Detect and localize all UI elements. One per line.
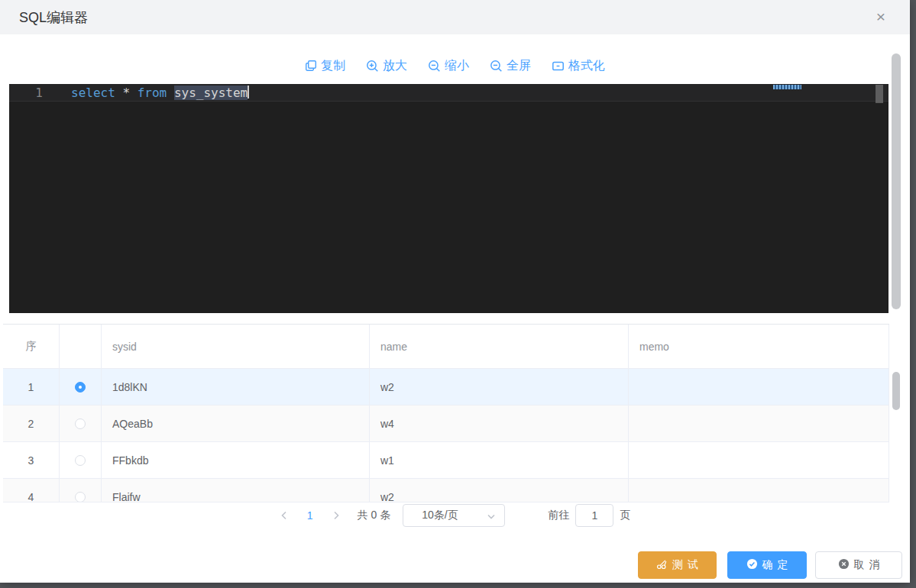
row-index: 1 [3,369,60,405]
test-label: 测试 [672,558,703,572]
row-radio[interactable] [75,418,86,429]
row-radio[interactable] [75,492,86,502]
fullscreen-icon [490,60,503,73]
page-size-select[interactable]: 10条/页 [403,504,505,527]
header-name: name [370,325,629,369]
editor-scrollbar-thumb[interactable] [876,85,883,103]
cancel-button[interactable]: 取消 [815,551,902,579]
page-number[interactable]: 1 [299,509,321,522]
code-selected-text: sys_system [174,86,248,100]
code-keyword-select: select [71,86,115,100]
result-table: 序 sysid name memo 1 1d8lKN w2 2 AQeaBb w… [3,324,889,502]
row-memo [629,369,889,405]
zoom-out-button[interactable]: 缩小 [428,58,469,74]
editor-line-number: 1 [28,85,43,101]
header-sysid: sysid [102,325,370,369]
page-unit-label: 页 [620,509,630,522]
table-row[interactable]: 3 FFbkdb w1 [3,442,889,479]
prev-page-button[interactable] [280,511,289,520]
sql-code-editor[interactable]: 1 select * from sys_system [9,84,888,313]
table-row[interactable]: 4 Flaifw w2 [3,479,889,502]
confirm-button[interactable]: 确定 [727,551,807,579]
row-memo [629,405,889,442]
copy-label: 复制 [321,58,345,74]
pagination-bar: 1 共 0 条 10条/页 前往 页 [0,503,910,528]
page-jump-group: 前往 页 [548,504,630,527]
row-sysid: Flaifw [102,479,370,502]
table-row[interactable]: 1 1d8lKN w2 [3,369,889,405]
cancel-label: 取消 [854,558,885,572]
zoom-in-icon [366,60,379,73]
row-name: w1 [370,442,629,479]
row-name: w2 [370,479,629,502]
header-radio [60,325,102,369]
copy-icon [305,60,317,72]
close-circle-icon [838,558,850,572]
page-size-value: 10条/页 [403,509,458,522]
row-sysid: AQeaBb [102,405,370,442]
editor-code-line: select * from sys_system [71,85,249,101]
header-index: 序 [3,325,60,369]
dialog-title: SQL编辑器 [19,8,88,27]
sql-editor-dialog: SQL编辑器 × 复制 放大 [0,0,910,583]
zoom-in-button[interactable]: 放大 [366,58,407,74]
editor-caret [248,86,249,99]
row-name: w4 [370,405,629,442]
next-page-button[interactable] [332,511,341,520]
format-label: 格式化 [568,58,605,74]
test-button[interactable]: 测试 [638,551,717,579]
editor-toolbar: 复制 放大 缩小 [0,55,910,76]
total-count-label: 共 0 条 [358,509,391,522]
row-index: 4 [3,479,60,502]
goto-page-input[interactable] [575,504,613,527]
row-sysid: FFbkdb [102,442,370,479]
goto-label: 前往 [548,509,569,522]
fullscreen-button[interactable]: 全屏 [490,58,531,74]
zoom-out-label: 缩小 [445,58,469,74]
modal-backdrop: SQL编辑器 × 复制 放大 [0,0,916,588]
row-index: 2 [3,405,60,442]
format-button[interactable]: 格式化 [552,58,605,74]
row-radio[interactable] [75,382,86,393]
fullscreen-label: 全屏 [507,58,531,74]
test-icon [656,558,668,572]
confirm-label: 确定 [762,558,793,572]
row-sysid: 1d8lKN [102,369,370,405]
row-radio[interactable] [75,455,86,466]
row-memo [629,479,889,502]
table-scrollbar-thumb[interactable] [892,372,900,410]
format-icon [552,60,565,73]
table-row[interactable]: 2 AQeaBb w4 [3,405,889,442]
row-memo [629,442,889,479]
editor-minimap [773,85,801,89]
close-icon[interactable]: × [872,8,890,26]
header-memo: memo [629,325,889,369]
dialog-header: SQL编辑器 × [0,0,910,34]
row-index: 3 [3,442,60,479]
code-space [167,86,174,100]
table-header-row: 序 sysid name memo [3,325,889,369]
zoom-out-icon [428,60,441,73]
zoom-in-label: 放大 [383,58,407,74]
dialog-scrollbar-thumb[interactable] [892,53,901,309]
code-operator: * [115,86,138,100]
chevron-down-icon [486,511,497,522]
code-keyword-from: from [138,86,167,100]
check-circle-icon [746,558,758,572]
copy-button[interactable]: 复制 [305,58,345,74]
row-name: w2 [370,369,629,405]
